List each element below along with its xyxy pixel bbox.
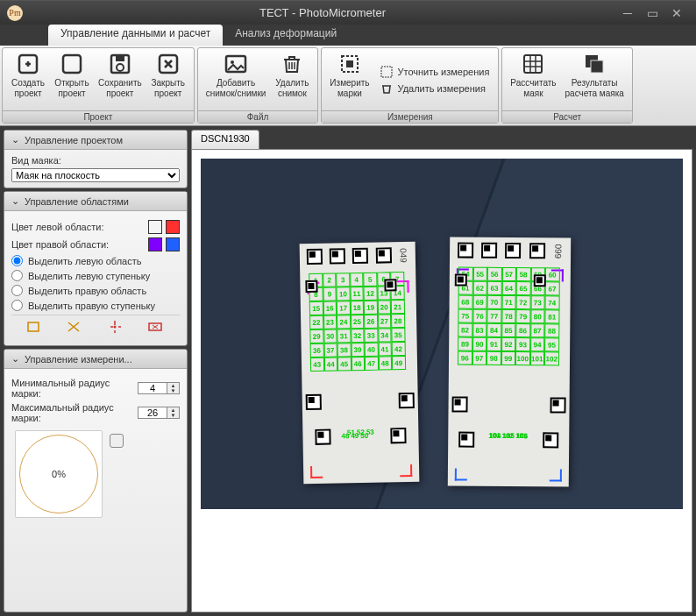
max-radius-label: Максимальный радиус марки: — [11, 402, 132, 423]
open-icon — [60, 52, 84, 76]
fiducial-icon — [375, 247, 391, 263]
tool-rotate-icon[interactable] — [67, 319, 84, 336]
left-color-swatch-2[interactable] — [166, 220, 180, 234]
close-button[interactable]: ✕ — [664, 5, 689, 21]
stack-icon — [582, 52, 607, 76]
panel-header-measurements[interactable]: ⌄Управление измерени... — [4, 350, 187, 369]
svg-rect-14 — [28, 322, 39, 331]
beacon-type-select[interactable]: Маяк на плоскость — [11, 168, 180, 182]
radio-left-step[interactable] — [11, 270, 23, 281]
close-project-button[interactable]: Закрыть проект — [146, 50, 190, 110]
progress-value: 0% — [52, 469, 66, 479]
fiducial-icon — [307, 249, 323, 265]
delete-measurements-button[interactable]: Удалить измерения — [378, 81, 492, 96]
radio-label: Выделить левую ступеньку — [28, 271, 150, 281]
group-label: Расчет — [502, 110, 631, 123]
document-tabs: DSCN1930 — [191, 130, 692, 149]
tool-clear-icon[interactable] — [147, 319, 165, 336]
ribbon-group-calc: Рассчитать маяк Результаты расчета маяка… — [501, 47, 632, 124]
max-radius-spinner[interactable]: ▲▼ — [138, 407, 180, 419]
measure-icon — [337, 52, 362, 76]
svg-point-15 — [114, 326, 117, 329]
right-color-swatch-2[interactable] — [166, 237, 180, 251]
refine-measurements-button[interactable]: Уточнить измерения — [378, 65, 492, 79]
close-file-icon — [156, 52, 181, 76]
svg-rect-1 — [63, 55, 81, 73]
right-color-swatch-1[interactable] — [148, 237, 162, 251]
main-tabbar: Управление данными и расчет Анализ дефор… — [0, 25, 696, 46]
min-radius-spinner[interactable]: ▲▼ — [138, 382, 180, 394]
target-card-right: 099 545556575859606162636465666768697071… — [448, 237, 571, 486]
window-title: ТЕСТ - PhotoMicrometer — [30, 6, 615, 19]
minimize-button[interactable]: ─ — [615, 5, 640, 21]
document-tab[interactable]: DSCN1930 — [191, 130, 259, 149]
panel-measurements: ⌄Управление измерени... Минимальный ради… — [4, 349, 188, 612]
ribbon-group-measure: Измерить марки Уточнить измерения Удалит… — [321, 47, 499, 124]
delete-image-button[interactable]: Удалить снимок — [270, 50, 314, 110]
add-image-button[interactable]: Добавить снимок/снимки — [202, 50, 271, 110]
fiducial-icon — [505, 243, 521, 258]
radio-right-step[interactable] — [11, 300, 23, 311]
max-radius-input[interactable] — [138, 407, 167, 418]
fiducial-icon — [458, 432, 474, 448]
left-color-swatch-1[interactable] — [148, 220, 162, 234]
panel-header-project[interactable]: ⌄Управление проектом — [4, 131, 187, 150]
panel-areas: ⌄Управление областями Цвет левой области… — [4, 191, 188, 346]
fiducial-icon — [458, 242, 473, 258]
min-radius-input[interactable] — [138, 383, 167, 393]
content-area: DSCN1930 049 123456789101112131415161718… — [191, 130, 692, 612]
group-label: Проект — [3, 110, 194, 123]
tool-rect-icon[interactable] — [26, 319, 44, 336]
fiducial-icon — [550, 397, 565, 413]
create-project-button[interactable]: Создать проект — [6, 50, 50, 110]
group-label: Файл — [198, 110, 318, 123]
beacon-type-label: Вид маяка: — [11, 155, 180, 166]
left-color-label: Цвет левой области: — [11, 222, 145, 232]
tab-deformation-analysis[interactable]: Анализ деформаций — [223, 25, 349, 46]
target-card-left: 049 123456789101112131415161718192021222… — [300, 242, 420, 484]
titlebar: Pm ТЕСТ - PhotoMicrometer ─ ▭ ✕ — [0, 0, 696, 25]
ribbon-group-file: Добавить снимок/снимки Удалить снимок Фа… — [197, 47, 319, 124]
radio-label: Выделить правую ступеньку — [28, 301, 155, 311]
save-icon — [108, 52, 132, 76]
image-add-icon — [224, 52, 248, 76]
progress-circle: 0% — [15, 430, 103, 518]
tab-data-management[interactable]: Управление данными и расчет — [48, 25, 223, 46]
radio-left-area[interactable] — [11, 255, 23, 266]
ribbon: Создать проект Открыть проект Сохранить … — [0, 46, 696, 126]
trash-icon — [280, 52, 304, 76]
maximize-button[interactable]: ▭ — [640, 5, 664, 21]
save-project-button[interactable]: Сохранить проект — [94, 50, 146, 110]
chevron-down-icon: ⌄ — [11, 353, 19, 365]
fiducial-icon — [451, 396, 467, 412]
panel-header-areas[interactable]: ⌄Управление областями — [4, 192, 187, 211]
fiducial-icon — [391, 428, 407, 443]
card-serial: 099 — [553, 244, 563, 258]
sidebar: ⌄Управление проектом Вид маяка: Маяк на … — [4, 130, 188, 612]
radio-right-area[interactable] — [11, 285, 23, 296]
group-label: Измерения — [322, 110, 498, 123]
refine-icon — [380, 65, 394, 79]
fiducial-icon — [330, 248, 345, 264]
open-project-button[interactable]: Открыть проект — [50, 50, 94, 110]
image-viewer[interactable]: 049 123456789101112131415161718192021222… — [191, 149, 692, 612]
radio-label: Выделить правую область — [28, 286, 146, 296]
spin-down-icon[interactable]: ▼ — [167, 413, 179, 418]
card-serial: 049 — [399, 248, 408, 263]
radio-label: Выделить левую область — [28, 256, 141, 266]
checkbox-toggle[interactable] — [110, 434, 124, 448]
detection-grid: 5455565758596061626364656667686970717273… — [458, 266, 562, 390]
svg-rect-9 — [346, 60, 353, 67]
fiducial-icon — [315, 429, 330, 445]
corner-marker-icon — [455, 468, 467, 480]
calculate-beacon-button[interactable]: Рассчитать маяк — [506, 50, 560, 110]
detection-grid: 1234567891011121314151617181920212223242… — [309, 272, 408, 387]
svg-rect-10 — [381, 67, 392, 77]
calculation-results-button[interactable]: Результаты расчета маяка — [561, 50, 629, 110]
tool-point-icon[interactable] — [107, 319, 124, 336]
corner-marker-icon — [400, 464, 412, 477]
measure-marks-button[interactable]: Измерить марки — [325, 50, 373, 110]
svg-rect-11 — [524, 55, 542, 73]
app-logo-icon: Pm — [7, 5, 23, 21]
spin-down-icon[interactable]: ▼ — [167, 388, 179, 393]
